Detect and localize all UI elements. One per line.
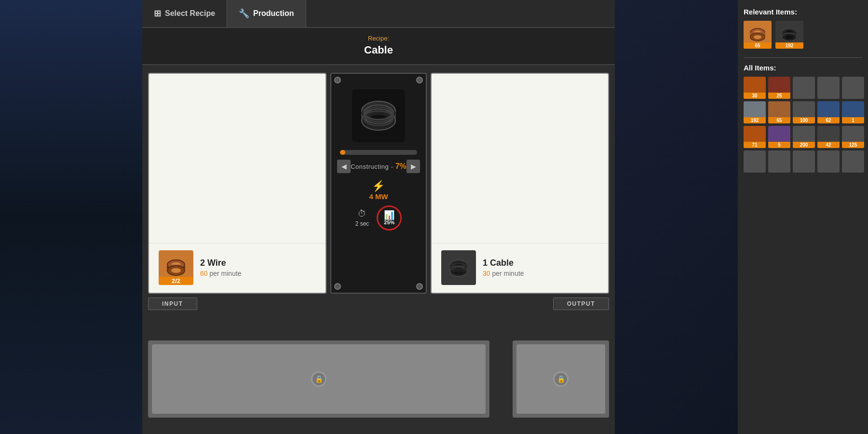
relevant-item-wire[interactable]: 65 — [744, 21, 772, 49]
prev-arrow-button[interactable]: ◀ — [337, 160, 351, 173]
time-value: 2 sec — [355, 220, 369, 227]
select-recipe-icon: ⊞ — [154, 8, 161, 19]
status-text-container: Constructing - 7% — [351, 162, 407, 171]
output-item-rate: 30 per minute — [483, 270, 524, 277]
machine-arrows-row: ◀ Constructing - 7% ▶ — [335, 160, 422, 173]
all-item-0[interactable]: 30 — [744, 77, 766, 99]
all-item-count-8: 62 — [817, 117, 840, 123]
recipe-header: Recipe: Cable — [142, 28, 615, 65]
conveyor-left-inner: 🔒 — [152, 344, 486, 414]
all-item-9[interactable]: 1 — [842, 101, 864, 123]
all-item-16[interactable] — [768, 150, 790, 173]
bottom-section: 🔒 🔒 — [142, 333, 615, 434]
constructing-text: Constructing — [351, 163, 389, 170]
all-items-title: All Items: — [744, 64, 862, 72]
conveyor-gap — [495, 333, 507, 434]
svg-point-29 — [754, 35, 761, 39]
next-arrow-button[interactable]: ▶ — [407, 160, 420, 173]
production-icon: 🔧 — [239, 8, 249, 19]
all-item-8[interactable]: 62 — [817, 101, 840, 123]
content-area: Recipe: Cable — [142, 28, 615, 434]
all-item-19[interactable] — [842, 150, 864, 173]
stats-row: ⏱ 2 sec 📊 25% — [355, 205, 402, 231]
svg-point-35 — [786, 35, 793, 39]
efficiency-button[interactable]: 📊 25% — [377, 205, 402, 231]
input-item-info: 2 Wire 60 per minute — [200, 258, 242, 277]
all-item-count-12: 200 — [793, 142, 815, 148]
all-item-4[interactable] — [842, 77, 864, 99]
bolt-tr — [416, 77, 423, 83]
relevant-items-row: 65 192 — [744, 21, 862, 49]
all-item-count-5: 192 — [744, 117, 766, 123]
background-left — [0, 0, 149, 434]
lock-icon-right: 🔒 — [557, 375, 565, 383]
lock-icon-left: 🔒 — [315, 375, 323, 383]
sidebar-separator — [744, 57, 862, 58]
all-item-3[interactable] — [817, 77, 840, 99]
all-item-count-10: 71 — [744, 142, 766, 148]
power-section: ⚡ 4 MW — [369, 180, 388, 201]
output-item-icon — [441, 250, 476, 285]
all-item-5[interactable]: 192 — [744, 101, 766, 123]
cable-icon-svg — [447, 256, 470, 279]
output-item-slot: 1 Cable 30 per minute — [432, 243, 608, 285]
relevant-item-cable[interactable]: 192 — [775, 21, 803, 49]
all-item-1[interactable]: 25 — [768, 77, 790, 99]
output-label-button[interactable]: OUTPUT — [553, 298, 609, 310]
chart-icon: 📊 — [384, 211, 394, 219]
output-panel: 1 Cable 30 per minute — [431, 73, 609, 294]
tab-production-label: Production — [253, 9, 294, 18]
all-items-grid: 30251926510062171520042125 — [744, 77, 862, 173]
all-item-18[interactable] — [817, 150, 840, 173]
bolt-tl — [334, 77, 341, 83]
recipe-name: Cable — [142, 44, 615, 56]
all-item-6[interactable]: 65 — [768, 101, 790, 123]
input-item-slot: 2/2 2 Wire 60 per minute — [149, 243, 326, 285]
all-item-14[interactable]: 125 — [842, 126, 864, 148]
all-item-17[interactable] — [793, 150, 815, 173]
panels-labels-row: INPUT OUTPUT — [142, 298, 615, 310]
clock-icon: ⏱ — [358, 209, 366, 219]
cable-coil-svg — [357, 94, 400, 137]
relevant-cable-svg — [780, 25, 799, 44]
all-item-count-13: 42 — [817, 142, 840, 148]
all-item-13[interactable]: 42 — [817, 126, 840, 148]
machine-panel: ◀ Constructing - 7% ▶ ⚡ 4 MW ⏱ — [330, 73, 427, 294]
input-label-button[interactable]: INPUT — [148, 298, 197, 310]
output-item-name: 1 Cable — [483, 258, 524, 268]
input-panel: 2/2 2 Wire 60 per minute — [148, 73, 326, 294]
all-item-count-11: 5 — [768, 142, 790, 148]
all-item-count-0: 30 — [744, 93, 766, 99]
all-item-11[interactable]: 5 — [768, 126, 790, 148]
progress-bar-container — [340, 150, 417, 155]
relevant-cable-count: 192 — [775, 42, 803, 49]
relevant-wire-count: 65 — [744, 42, 772, 49]
efficiency-value: 25% — [384, 219, 394, 225]
conveyor-right-inner: 🔒 — [516, 344, 605, 414]
conveyor-lock-left: 🔒 — [311, 371, 326, 387]
wire-spool-svg — [164, 256, 188, 279]
output-item-info: 1 Cable 30 per minute — [483, 258, 524, 277]
tab-select-recipe[interactable]: ⊞ Select Recipe — [142, 0, 227, 27]
main-container: ⊞ Select Recipe 🔧 Production Recipe: Cab… — [142, 0, 615, 434]
machine-item-image — [352, 89, 405, 142]
conveyor-lock-right: 🔒 — [553, 371, 569, 387]
all-item-12[interactable]: 200 — [793, 126, 815, 148]
input-item-rate: 60 per minute — [200, 270, 242, 277]
recipe-label: Recipe: — [142, 35, 615, 42]
all-item-count-7: 100 — [793, 117, 815, 123]
progress-bar-fill — [340, 150, 345, 155]
status-separator: - — [391, 163, 395, 170]
tab-bar: ⊞ Select Recipe 🔧 Production — [142, 0, 615, 28]
tab-production[interactable]: 🔧 Production — [227, 0, 306, 27]
all-item-2[interactable] — [793, 77, 815, 99]
all-item-count-1: 25 — [768, 93, 790, 99]
relevant-wire-svg — [748, 25, 767, 44]
input-item-icon: 2/2 — [159, 250, 193, 285]
all-item-10[interactable]: 71 — [744, 126, 766, 148]
all-item-15[interactable] — [744, 150, 766, 173]
all-item-7[interactable]: 100 — [793, 101, 815, 123]
all-item-count-14: 125 — [842, 142, 864, 148]
svg-point-5 — [171, 268, 181, 273]
all-item-count-6: 65 — [768, 117, 790, 123]
